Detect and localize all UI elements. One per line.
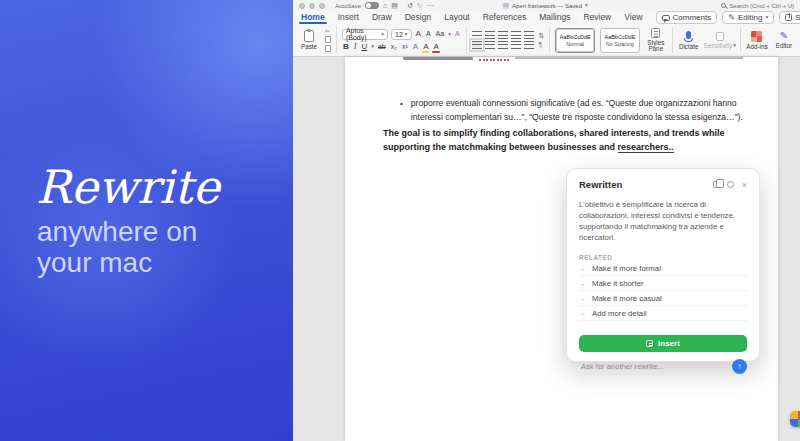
dictate-button[interactable]: Dictate	[678, 31, 700, 50]
add-ins-button[interactable]: Add-ins	[746, 31, 768, 50]
close-window-button[interactable]	[299, 3, 305, 9]
redo-icon[interactable]: ↻	[417, 2, 423, 9]
sensitivity-label: Sensitivity	[704, 42, 732, 49]
font-name-select[interactable]: Aptos (Body) ▾	[342, 29, 388, 40]
goal-paragraph: The goal is to simplify finding collabor…	[383, 126, 753, 154]
align-left-icon[interactable]	[472, 41, 482, 49]
chevron-down-icon: ▾	[405, 32, 408, 37]
bold-button[interactable]: B	[342, 42, 350, 52]
style-normal-card[interactable]: AaBbCcDdE Normal	[555, 28, 595, 53]
editor-button[interactable]: ✎ Editor	[773, 31, 795, 49]
add-ins-label: Add-ins	[746, 43, 767, 50]
style-no-spacing-card[interactable]: AaBbCcDdE No Spacing	[600, 28, 640, 53]
home-icon[interactable]: ⌂	[383, 2, 387, 9]
rewrite-app-corner-icon[interactable]	[790, 411, 800, 427]
copy-icon[interactable]	[713, 181, 719, 188]
tab-references[interactable]: References	[483, 11, 526, 24]
dictate-label: Dictate	[679, 43, 699, 50]
tab-design[interactable]: Design	[405, 11, 431, 24]
send-button[interactable]: ↑	[732, 359, 747, 374]
print-icon[interactable]: ▤	[391, 2, 398, 9]
microphone-icon	[686, 31, 691, 39]
screenshot-stage: Rewrite anywhere on your mac AutoSave ⌂ …	[0, 0, 800, 441]
multilevel-list-icon[interactable]	[498, 31, 508, 39]
decrease-indent-icon[interactable]	[511, 31, 521, 39]
font-color-button[interactable]: A	[432, 42, 439, 51]
ribbon: Paste ✂ Aptos (Body) ▾ 12 ▾	[293, 24, 800, 57]
ask-rewrite-input[interactable]	[579, 361, 732, 372]
comments-button[interactable]: Comments	[656, 11, 718, 24]
tab-layout[interactable]: Layout	[444, 11, 470, 24]
more-commands-icon[interactable]: ⋯	[427, 2, 434, 9]
document-title-area[interactable]: ▤ Aperi framework — Saved ▾	[502, 2, 587, 9]
tab-home[interactable]: Home	[301, 11, 325, 24]
related-item-detail[interactable]: → Add more detail	[579, 306, 747, 321]
settings-icon[interactable]	[727, 181, 734, 188]
justify-icon[interactable]	[511, 41, 521, 49]
align-right-icon[interactable]	[498, 41, 508, 49]
grow-font-button[interactable]: A	[415, 29, 422, 39]
sort-icon[interactable]: ⇅	[539, 33, 545, 39]
autosave-label: AutoSave	[335, 3, 361, 9]
close-icon[interactable]: ×	[742, 181, 747, 189]
promo-subtitle: anywhere on your mac	[37, 216, 197, 278]
bullet-glyph: •	[400, 97, 403, 124]
change-case-button[interactable]: Aa	[435, 29, 446, 39]
format-painter-icon[interactable]	[325, 45, 331, 52]
related-item-casual[interactable]: → Make it more casual	[579, 291, 747, 306]
related-item-label: Make it more formal	[592, 264, 661, 273]
arrow-right-icon: →	[579, 265, 586, 272]
related-item-label: Make it more casual	[592, 294, 662, 303]
editor-pen-icon: ✎	[780, 31, 788, 41]
paragraph-marks-icon[interactable]: ¶	[539, 42, 545, 48]
undo-icon[interactable]: ↺	[407, 2, 413, 9]
search-icon	[721, 3, 726, 8]
tab-draw[interactable]: Draw	[372, 11, 392, 24]
tab-insert[interactable]: Insert	[338, 11, 359, 24]
editing-mode-button[interactable]: ✎ Editing ▾	[722, 11, 774, 24]
minimize-window-button[interactable]	[309, 3, 315, 9]
arrow-up-icon: ↑	[738, 362, 742, 371]
styles-pane-icon	[651, 28, 660, 38]
subscript-button[interactable]: x₂	[390, 42, 398, 52]
promo-heading: Rewrite	[36, 160, 220, 214]
sensitivity-button[interactable]: Sensitivity ▾	[705, 32, 735, 49]
zoom-window-button[interactable]	[319, 3, 325, 9]
chevron-down-icon: ▾	[585, 3, 588, 8]
underline-button[interactable]: U	[360, 42, 368, 52]
numbered-list-icon[interactable]	[485, 31, 495, 39]
autosave-toggle[interactable]	[365, 2, 379, 9]
related-item-formal[interactable]: → Make it more formal	[579, 261, 747, 276]
superscript-button[interactable]: x²	[401, 42, 409, 52]
font-size-select[interactable]: 12 ▾	[391, 29, 412, 40]
italic-button[interactable]: I	[353, 42, 358, 52]
tab-mailings[interactable]: Mailings	[539, 11, 570, 24]
search-box[interactable]: Search (Cmd + Ctrl + U)	[721, 3, 794, 9]
font-group: Aptos (Body) ▾ 12 ▾ A A Aa ▾ A B I	[342, 29, 461, 52]
strikethrough-button[interactable]: ab	[377, 42, 387, 52]
bullet-list-icon[interactable]	[472, 31, 482, 39]
cut-icon[interactable]: ✂	[325, 28, 331, 34]
related-item-label: Make it shorter	[592, 279, 644, 288]
tab-view[interactable]: View	[624, 11, 642, 24]
spellcheck-squiggle	[479, 59, 509, 62]
font-size-value: 12	[395, 31, 403, 38]
insert-label: Insert	[658, 339, 680, 348]
highlight-color-button[interactable]: A	[422, 42, 429, 51]
paste-button[interactable]: Paste	[298, 30, 320, 50]
tab-row-actions: Comments ✎ Editing ▾ Share	[656, 11, 800, 24]
clear-formatting-button[interactable]: A	[454, 29, 461, 39]
line-spacing-icon[interactable]	[524, 41, 534, 49]
related-label: RELATED	[579, 254, 747, 261]
increase-indent-icon[interactable]	[524, 31, 534, 39]
text-effects-button[interactable]: A	[412, 42, 419, 51]
share-button[interactable]: Share	[779, 11, 800, 24]
ribbon-divider	[336, 27, 337, 53]
tab-review[interactable]: Review	[583, 11, 611, 24]
insert-button[interactable]: Insert	[579, 335, 747, 352]
related-item-shorter[interactable]: → Make it shorter	[579, 276, 747, 291]
styles-pane-button[interactable]: Styles Pane	[645, 28, 667, 52]
align-center-icon[interactable]	[485, 41, 495, 49]
shrink-font-button[interactable]: A	[425, 29, 432, 39]
copy-icon[interactable]	[325, 36, 331, 43]
